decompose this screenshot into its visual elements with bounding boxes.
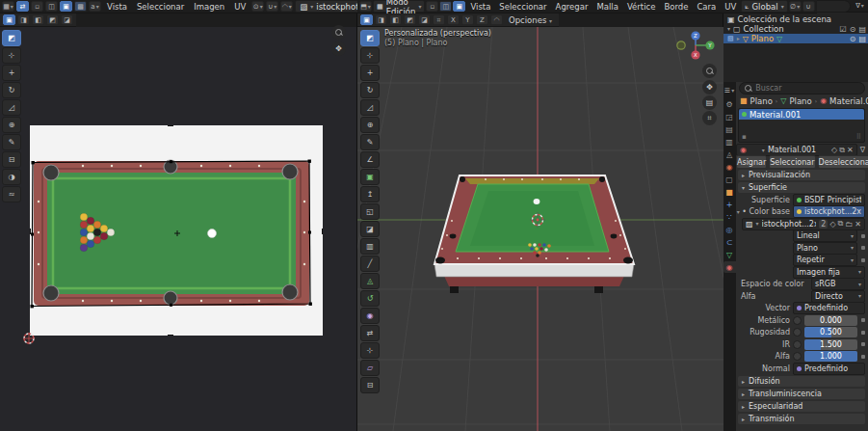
tab-world[interactable]: ◉ [723, 161, 736, 173]
projection-dropdown[interactable]: Plano▾ [793, 242, 857, 255]
outliner-filter-button[interactable]: ∇▾ [854, 1, 866, 12]
v3d-tool-knife[interactable]: ╱ [360, 256, 380, 272]
decorator-dot[interactable] [861, 234, 865, 238]
uv-sticky-mode-dropdown[interactable]: a▾ [89, 1, 101, 12]
v3d-menu-borde[interactable]: Borde [660, 2, 692, 12]
panel-surface[interactable]: ▾Superficie [738, 182, 865, 193]
outliner-row-scene-collection[interactable]: ▣ Colección de la escena [723, 14, 868, 24]
exclude-checkbox-icon[interactable]: ☑ [840, 25, 847, 34]
tab-tool[interactable]: ⚙ [723, 98, 736, 110]
v3d-select-mode-vertex[interactable]: ▫ [426, 1, 438, 12]
decorator-dot[interactable] [861, 355, 865, 359]
v3d-tool-poly-build[interactable]: ◬ [360, 273, 380, 289]
properties-editor-type-button[interactable]: ☰▾ [723, 85, 736, 95]
v3d-mirror-x-button[interactable]: X [447, 14, 460, 25]
specials-menu-icon[interactable]: ∇ [860, 146, 865, 154]
uv-canvas[interactable] [0, 27, 356, 431]
expand-arrow-icon[interactable]: ▸ [737, 36, 740, 41]
v3d-pan-button[interactable]: ✥ [702, 80, 717, 94]
v3d-proportional-edit-button[interactable]: ∅▾ [789, 1, 802, 12]
uv-tool-grab[interactable]: ◑ [2, 169, 21, 185]
decorator-dot[interactable] [861, 246, 865, 250]
uv-toolsetting-select-intersect[interactable]: ◪ [61, 14, 73, 25]
v3d-toolsetting-select-intersect[interactable]: ◪ [418, 14, 431, 25]
v3d-options-dropdown[interactable]: Opciones ▾ [505, 15, 556, 25]
v3d-perspective-toggle-button[interactable]: ⌗ [702, 111, 717, 125]
uv-select-mode-island[interactable]: ▩ [74, 1, 87, 12]
v3d-camera-view-button[interactable]: ▤ [702, 95, 717, 110]
decorator-dot[interactable] [861, 318, 865, 322]
v3d-menu-vista[interactable]: Vista [466, 2, 494, 12]
v3d-menu-vertice[interactable]: Vértice [623, 2, 659, 12]
collapse-arrow-icon[interactable]: ▾ [737, 208, 740, 215]
tab-material[interactable]: ◉ [723, 261, 736, 273]
uv-pivot-dropdown[interactable]: ⊙▾ [251, 1, 264, 12]
material-slot-row[interactable]: Material.001 [739, 109, 864, 120]
uv-menu-imagen[interactable]: Imagen [190, 2, 228, 12]
v3d-tool-select-box[interactable]: ◩ [360, 30, 380, 46]
unlink-x-icon[interactable]: ✕ [855, 220, 861, 229]
v3d-tool-rip-region[interactable]: ⊟ [360, 377, 380, 393]
v3d-toolsetting-select-subtract[interactable]: ◧ [389, 14, 402, 25]
uv-toolsetting-select-extend[interactable]: ◨ [17, 14, 30, 25]
expand-arrow-icon[interactable]: ▾ [727, 26, 730, 32]
v3d-mirror-y-button[interactable]: Y [461, 14, 474, 25]
tab-render[interactable]: ◲ [723, 111, 736, 122]
gizmo-neg-axis[interactable] [677, 41, 685, 49]
tab-output[interactable]: ▤ [723, 123, 736, 135]
v3d-tool-shear[interactable]: ▱ [360, 360, 380, 376]
v3d-select-mode-edge[interactable]: ◫ [439, 1, 452, 12]
tab-object[interactable]: ■ [723, 186, 736, 198]
v3d-toolsetting-select-extend[interactable]: ◨ [375, 14, 387, 25]
outliner-row-plano[interactable]: ▧ ▸ ▽ Plano ▽ ⊙ ▤ [723, 34, 868, 43]
v3d-toolsetting-select-difference[interactable]: ◩ [404, 14, 416, 25]
source-dropdown[interactable]: Imagen fija▾ [793, 266, 865, 279]
v3d-orientation-dropdown[interactable]: ⟀ Global▾ [741, 0, 787, 13]
uv-tool-scale[interactable]: ◿ [2, 99, 21, 116]
v3d-tool-cursor[interactable]: ⊹ [360, 47, 380, 64]
uv-editor-type-button[interactable]: ▦▾ [2, 1, 14, 12]
uv-tool-rip-region[interactable]: ⊟ [2, 151, 21, 168]
breadcrumb-object[interactable]: Plano [750, 96, 773, 106]
color-space-dropdown[interactable]: sRGB▾ [811, 278, 865, 290]
v3d-tool-scale[interactable]: ◿ [360, 99, 380, 116]
vector-input[interactable]: Predefinido [793, 302, 865, 314]
v3d-tool-measure[interactable]: ∠ [360, 151, 380, 168]
select-button[interactable]: Seleccionar [769, 155, 815, 169]
v3d-menu-agregar[interactable]: Agregar [552, 2, 592, 12]
v3d-menu-malla[interactable]: Malla [592, 2, 621, 12]
v3d-select-mode-face[interactable]: ▣ [453, 1, 465, 12]
pool-table-model[interactable] [434, 175, 634, 293]
uv-menu-seleccionar[interactable]: Seleccionar [133, 2, 188, 12]
v3d-tool-rotate[interactable]: ↻ [360, 82, 380, 98]
panel-transmission[interactable]: ▸Transmisión [738, 414, 865, 424]
v3d-mirror-z-button[interactable]: Z [476, 14, 488, 25]
tab-object-data[interactable]: ▽ [723, 249, 736, 260]
v3d-menu-cara[interactable]: Cara [693, 2, 720, 12]
new-material-icon[interactable]: ⧉ [839, 146, 845, 155]
v3d-editor-type-button[interactable]: ⬒▾ [359, 1, 372, 12]
fake-user-shield-icon[interactable]: ◇ [831, 146, 837, 155]
panel-diffuse[interactable]: ▸Difusión [738, 376, 865, 387]
new-image-icon[interactable]: ⧉ [838, 219, 844, 229]
unlink-x-icon[interactable]: ✕ [847, 146, 854, 155]
v3d-tool-annotate[interactable]: ✎ [360, 134, 380, 150]
image-datablock-selector[interactable]: ▨▾ istockphot...2x612.jpg 2 ◇ ⧉ 🗀 ✕ [742, 218, 865, 230]
uv-select-mode-vertex[interactable]: ▫ [31, 1, 43, 12]
uv-tool-transform[interactable]: ⊕ [2, 117, 21, 133]
roughness-slider[interactable]: 0.500 [804, 327, 857, 337]
uv-tool-select-box[interactable]: ◩ [2, 30, 21, 46]
material-slot-list[interactable]: Material.001 ▪ ⠿ [738, 108, 865, 143]
v3d-falloff-button[interactable]: ◠ [490, 14, 503, 25]
v3d-toolsetting-select-new[interactable]: ▣ [360, 14, 373, 25]
v3d-tool-loop-cut[interactable]: ▥ [360, 238, 380, 255]
properties-search-field[interactable] [739, 82, 865, 94]
uv-tool-annotate[interactable]: ✎ [2, 134, 21, 150]
metallic-slider[interactable]: 0.000 [804, 315, 857, 326]
v3d-tool-inset-faces[interactable]: ◱ [360, 203, 380, 220]
v3d-tool-bevel[interactable]: ◪ [360, 221, 380, 237]
camera-visibility-icon[interactable]: ▤ [858, 35, 866, 43]
decorator-dot[interactable] [861, 331, 865, 335]
base-color-input[interactable]: istockphot...2x612.jpg [793, 205, 865, 218]
uv-select-mode-edge[interactable]: ◫ [45, 1, 58, 12]
